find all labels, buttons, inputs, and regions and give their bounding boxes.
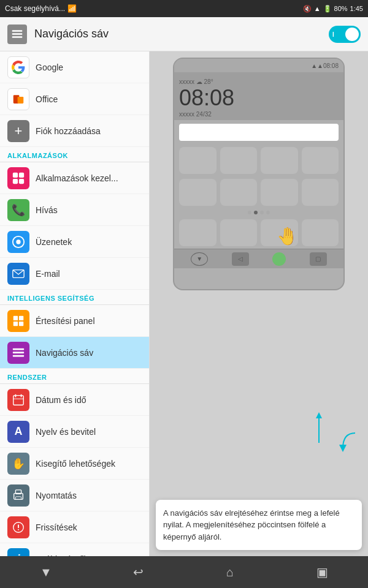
sidebar-item-accessibility[interactable]: ✋ Kisegítő lehetőségek [0, 448, 149, 480]
wifi-icon: ▲ [314, 5, 321, 12]
sidebar-item-updates[interactable]: Frissítések [0, 511, 149, 543]
phone-clock: 08:08 [179, 85, 339, 111]
sidebar-item-apps-manage[interactable]: Alkalmazások kezel... [0, 162, 149, 194]
status-bar-sim-icon: 📶 [67, 4, 77, 13]
status-bar-right: 🔇 ▲ 🔋 80% 1:45 [303, 5, 363, 13]
sidebar-item-language-label: Nyelv és bevitel [36, 427, 96, 437]
phone-app-8 [302, 179, 339, 206]
google-icon [7, 56, 29, 78]
phone-nav-back: ◁ [232, 252, 249, 266]
updates-icon [7, 516, 29, 538]
bottom-nav-chevron-down[interactable]: ▼ [28, 560, 64, 584]
header-icon [7, 24, 27, 44]
email-icon [7, 263, 29, 285]
main-layout: Google Office + Fiók hozzáadása ALKALMAZ… [0, 51, 368, 556]
svg-rect-12 [13, 315, 18, 320]
sidebar-item-print[interactable]: Nyomtatás [0, 480, 149, 511]
svg-rect-16 [13, 348, 24, 350]
datetime-icon [7, 389, 29, 411]
sidebar-item-datetime[interactable]: Dátum és idő [0, 384, 149, 416]
accessibility-icon: ✋ [7, 453, 29, 475]
sidebar-item-google-label: Google [36, 62, 63, 72]
sidebar-item-notification-label: Értesítési panel [36, 316, 95, 326]
page-header: Navigációs sáv I [0, 17, 368, 51]
sidebar-item-google[interactable]: Google [0, 51, 149, 83]
phone-app-12 [302, 219, 339, 246]
phone-app-4 [302, 147, 339, 174]
svg-rect-7 [13, 178, 18, 183]
up-arrow-indicator [316, 412, 322, 443]
battery-level: 80% [334, 5, 348, 12]
bottom-nav-home[interactable]: ⌂ [212, 560, 248, 584]
sidebar-item-datetime-label: Dátum és idő [36, 395, 86, 405]
svg-rect-8 [19, 178, 24, 183]
phone-status-time: 08:08 [323, 62, 339, 69]
phone-nav-bar: ▼ ◁ ▢ [174, 249, 343, 268]
phone-app-9 [179, 219, 217, 246]
phone-date: xxxxx 24/32 [179, 111, 339, 118]
bottom-nav-back[interactable]: ↩ [120, 560, 156, 584]
about-icon: i [7, 548, 29, 557]
chevron-down-icon: ▼ [40, 565, 52, 579]
section-system: RENDSZER [0, 369, 149, 384]
navigation-bar-toggle[interactable]: I [329, 26, 361, 43]
phone-app-7 [261, 179, 298, 206]
battery-icon: 🔋 [323, 5, 332, 13]
status-bar: Csak segélyhívá... 📶 🔇 ▲ 🔋 80% 1:45 [0, 0, 368, 17]
phone-status-bar: ▲▲ 08:08 [174, 59, 343, 72]
svg-rect-17 [13, 352, 24, 353]
sidebar-item-add-account[interactable]: + Fiók hozzáadása [0, 115, 149, 147]
sidebar-item-accessibility-label: Kisegítő lehetőségek [36, 459, 115, 469]
svg-rect-0 [12, 30, 23, 32]
language-icon: A [7, 421, 29, 443]
phone-nav-down: ▼ [191, 252, 208, 266]
home-icon: ⌂ [226, 565, 234, 579]
svg-rect-4 [18, 96, 24, 103]
svg-rect-18 [13, 355, 24, 356]
phone-app-11: 🤚 [261, 219, 298, 246]
page-title: Navigációs sáv [34, 28, 329, 40]
svg-rect-1 [12, 33, 23, 35]
sidebar-item-notification[interactable]: Értesítési panel [0, 305, 149, 337]
tooltip-text: A navigációs sáv elrejtéséhez érintse me… [163, 508, 340, 541]
svg-point-10 [16, 239, 20, 244]
sidebar-item-navigation[interactable]: Navigációs sáv [0, 337, 149, 369]
volume-icon: 🔇 [303, 5, 312, 13]
svg-rect-2 [12, 36, 23, 38]
dot-1 [248, 211, 251, 214]
sidebar-item-updates-label: Frissítések [36, 522, 77, 532]
phone-clock-area: xxxxx ☁ 28° 08:08 xxxxx 24/32 [174, 72, 343, 120]
svg-rect-15 [19, 321, 23, 325]
nav-sav-icon [7, 342, 29, 364]
apps-manage-icon [7, 167, 29, 189]
tooltip-box: A navigációs sáv elrejtéséhez érintse me… [156, 500, 362, 551]
phone-app-1 [179, 147, 217, 174]
notification-icon [7, 310, 29, 332]
phone-app-10 [220, 219, 258, 246]
curved-arrow [337, 430, 361, 457]
sidebar-item-add-account-label: Fiók hozzáadása [36, 126, 101, 136]
sidebar-item-calls-label: Hívás [36, 205, 58, 215]
office-icon [7, 88, 29, 110]
phone-temp: xxxxx ☁ 28° [179, 78, 339, 85]
toggle-label: I [332, 31, 334, 37]
sidebar: Google Office + Fiók hozzáadása ALKALMAZ… [0, 51, 150, 556]
sidebar-item-messages[interactable]: Üzenetek [0, 226, 149, 258]
sidebar-item-apps-manage-label: Alkalmazások kezel... [36, 173, 118, 183]
section-intelligent: INTELLIGENS SEGÍTSÉG [0, 290, 149, 305]
phone-apps-grid-2 [174, 176, 343, 208]
sidebar-item-navigation-label: Navigációs sáv [36, 348, 93, 358]
sidebar-item-office[interactable]: Office [0, 83, 149, 115]
phone-nav-recent: ▢ [310, 252, 327, 266]
status-bar-left: Csak segélyhívá... 📶 [5, 4, 77, 13]
sidebar-item-language[interactable]: A Nyelv és bevitel [0, 416, 149, 448]
print-icon [7, 484, 29, 507]
sidebar-item-email[interactable]: E-mail [0, 258, 149, 290]
phone-icon: 📞 [7, 199, 29, 221]
sidebar-item-calls[interactable]: 📞 Hívás [0, 194, 149, 226]
svg-rect-13 [19, 315, 23, 320]
messages-icon [7, 231, 29, 253]
add-account-icon: + [7, 120, 29, 142]
sidebar-item-about[interactable]: i A táblagépről [0, 543, 149, 556]
bottom-nav-recent[interactable]: ▣ [304, 560, 340, 584]
